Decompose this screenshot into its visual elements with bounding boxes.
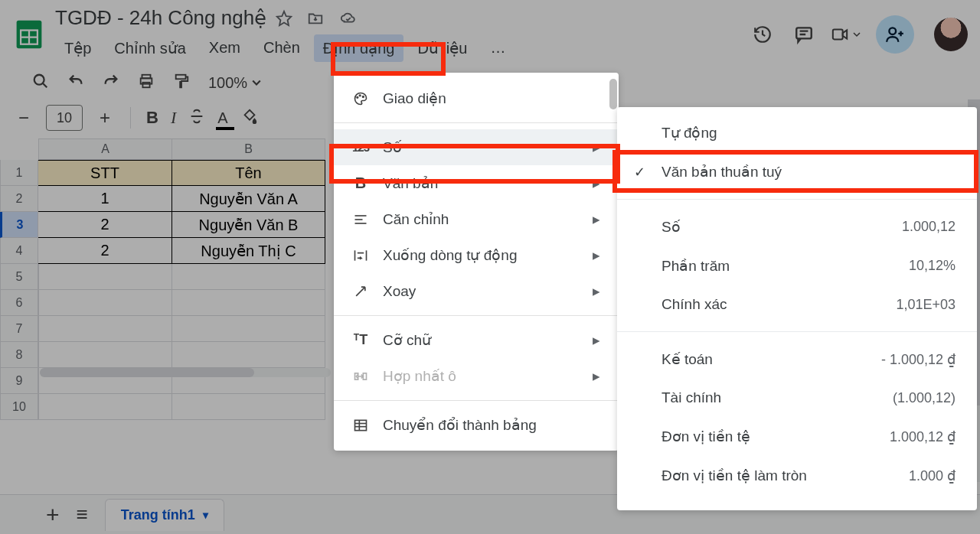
submenu-label: Kế toán xyxy=(662,350,713,368)
format-menu-item[interactable]: Xoay▸ xyxy=(334,273,619,309)
cloud-icon[interactable] xyxy=(338,10,358,27)
number-format-item[interactable]: Đơn vị tiền tệ1.000,12 ₫ xyxy=(617,417,977,456)
format-menu-item[interactable]: Xuống dòng tự động▸ xyxy=(334,237,619,273)
row-header[interactable]: 1 xyxy=(0,160,38,186)
number-format-item[interactable]: Tài chính(1.000,12) xyxy=(617,379,977,417)
menu-item-label: Cỡ chữ xyxy=(383,331,431,349)
paint-format-icon[interactable] xyxy=(173,73,190,93)
sheet-tab-label: Trang tính1 xyxy=(121,507,195,523)
table-icon xyxy=(352,418,369,433)
row-header[interactable]: 5 xyxy=(0,264,38,290)
svg-point-7 xyxy=(889,28,896,34)
horizontal-scrollbar[interactable] xyxy=(40,368,331,377)
menu-item-label: Căn chỉnh xyxy=(383,210,449,228)
fill-color-icon[interactable] xyxy=(240,108,259,128)
menubar-item[interactable]: Xem xyxy=(200,34,250,62)
row-header[interactable]: 4 xyxy=(0,238,38,264)
format-menu-item[interactable]: Chuyển đổi thành bảng xyxy=(334,407,619,443)
menubar-item[interactable]: … xyxy=(481,34,514,62)
account-avatar[interactable] xyxy=(934,18,968,51)
bold-icon[interactable]: B xyxy=(146,108,158,128)
column-header-A[interactable]: A xyxy=(38,138,172,160)
menubar-item[interactable]: Chèn xyxy=(254,34,309,62)
move-icon[interactable] xyxy=(306,10,325,27)
number-format-item[interactable]: Tự động xyxy=(617,113,977,152)
submenu-value: 1.000 ₫ xyxy=(909,467,956,484)
menubar-item[interactable]: Định dạng xyxy=(314,34,404,62)
row-header[interactable]: 7 xyxy=(0,316,38,342)
doc-title[interactable]: TGDĐ - 24h Công nghệ xyxy=(55,6,266,30)
cell[interactable]: STT xyxy=(38,160,172,186)
submenu-value: (1.000,12) xyxy=(893,390,956,406)
row-header[interactable]: 3 xyxy=(0,212,38,238)
menubar-item[interactable]: Dữ liệu xyxy=(408,34,476,62)
strikethrough-icon[interactable] xyxy=(188,108,205,128)
number-format-item[interactable]: Phần trăm10,12% xyxy=(617,246,977,285)
number-icon: 123 xyxy=(352,141,369,154)
cell[interactable]: Nguyễn Thị C xyxy=(172,238,325,264)
row-header[interactable]: 10 xyxy=(0,394,38,420)
palette-icon xyxy=(352,91,369,106)
menubar: TệpChỉnh sửaXemChènĐịnh dạngDữ liệu… xyxy=(55,34,743,62)
comment-icon[interactable] xyxy=(793,24,815,45)
format-menu-item[interactable]: TT Cỡ chữ▸ xyxy=(334,322,619,358)
share-button[interactable] xyxy=(876,15,914,54)
sheet-tab-caret-icon[interactable]: ▾ xyxy=(203,509,208,521)
row-header[interactable]: 8 xyxy=(0,342,38,368)
menu-item-label: Xoay xyxy=(383,283,416,300)
search-icon[interactable] xyxy=(32,73,49,93)
text-color-icon[interactable]: A xyxy=(217,109,227,127)
submenu-value: - 1.000,12 ₫ xyxy=(881,351,956,368)
submenu-label: Văn bản thuần tuý xyxy=(662,163,782,181)
menubar-item[interactable]: Tệp xyxy=(55,34,100,62)
italic-icon[interactable]: I xyxy=(171,108,176,128)
cell[interactable]: 2 xyxy=(38,212,172,238)
cell[interactable]: Nguyễn Văn B xyxy=(172,212,325,238)
merge-icon xyxy=(352,369,369,384)
number-format-item[interactable]: Chính xác1,01E+03 xyxy=(617,285,977,324)
svg-marker-4 xyxy=(277,11,291,24)
zoom-dropdown[interactable]: 100% xyxy=(208,74,261,92)
decrease-font-icon[interactable]: − xyxy=(14,107,34,129)
cell[interactable]: 2 xyxy=(38,238,172,264)
number-format-item[interactable]: Số1.000,12 xyxy=(617,207,977,246)
all-sheets-icon[interactable]: ≡ xyxy=(77,503,88,526)
meet-icon[interactable] xyxy=(835,24,856,45)
format-menu-item[interactable]: Căn chỉnh▸ xyxy=(334,201,619,237)
chevron-right-icon: ▸ xyxy=(593,174,600,192)
number-format-item[interactable]: Đơn vị tiền tệ làm tròn1.000 ₫ xyxy=(617,456,977,495)
print-icon[interactable] xyxy=(138,73,155,93)
rotate-icon xyxy=(352,284,369,299)
increase-font-icon[interactable]: + xyxy=(95,107,115,129)
star-icon[interactable] xyxy=(276,10,292,27)
cell[interactable]: Tên xyxy=(172,160,325,186)
row-header[interactable]: 9 xyxy=(0,368,38,394)
column-header-B[interactable]: B xyxy=(172,138,325,160)
sheet-tab-active[interactable]: Trang tính1 ▾ xyxy=(105,499,224,531)
row-header[interactable]: 6 xyxy=(0,290,38,316)
font-size-input[interactable]: 10 xyxy=(46,105,83,131)
format-menu-item[interactable]: B Văn bản▸ xyxy=(334,165,619,201)
submenu-label: Tự động xyxy=(662,124,717,142)
add-sheet-icon[interactable]: + xyxy=(46,502,60,528)
number-format-item[interactable]: ✓Văn bản thuần tuý xyxy=(617,152,977,191)
chevron-right-icon: ▸ xyxy=(593,246,600,264)
textsize-icon: TT xyxy=(352,332,369,348)
cell[interactable]: 1 xyxy=(38,186,172,212)
menu-item-label: Hợp nhất ô xyxy=(383,367,456,385)
number-format-submenu: Tự động✓Văn bản thuần tuýSố1.000,12Phần … xyxy=(617,107,977,510)
redo-icon[interactable] xyxy=(103,73,119,93)
row-header[interactable]: 2 xyxy=(0,186,38,212)
history-icon[interactable] xyxy=(752,24,773,45)
number-format-item[interactable]: Kế toán- 1.000,12 ₫ xyxy=(617,340,977,379)
app-header: TGDĐ - 24h Công nghệ TệpChỉnh sửaXemChèn… xyxy=(0,0,980,62)
submenu-label: Chính xác xyxy=(662,296,727,313)
menu-item-label: Giao diện xyxy=(383,90,446,107)
format-menu-item[interactable]: 123 Số▸ xyxy=(334,129,619,165)
cell[interactable]: Nguyễn Văn A xyxy=(172,186,325,212)
sheets-logo[interactable] xyxy=(12,12,46,57)
format-menu-item[interactable]: Giao diện xyxy=(334,80,619,116)
menubar-item[interactable]: Chỉnh sửa xyxy=(105,34,195,62)
undo-icon[interactable] xyxy=(67,73,84,93)
svg-rect-6 xyxy=(833,29,843,39)
